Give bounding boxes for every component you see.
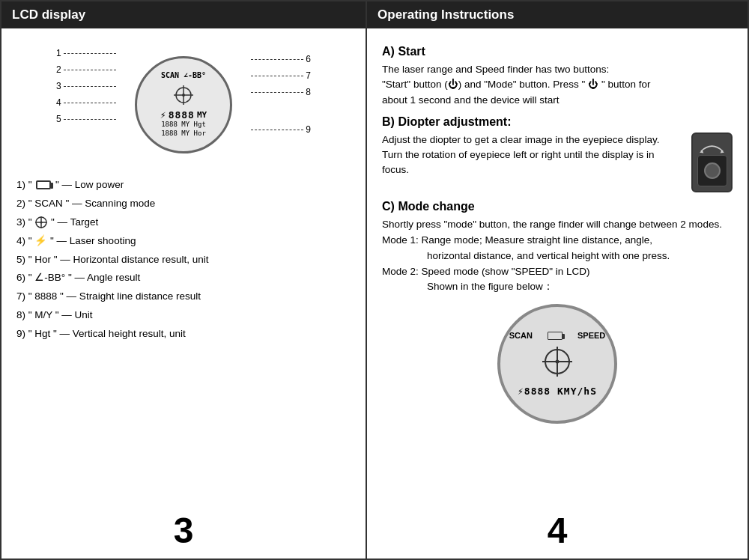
circle-mid-row: ⚡ 8888 MY xyxy=(160,109,207,121)
dashed-r1 xyxy=(251,59,303,60)
dashed-4 xyxy=(64,103,116,103)
mode-text-1: Shortly press "mode" button, the range f… xyxy=(382,217,733,233)
speed-bottom-row: ⚡8888 KMY/hS xyxy=(518,386,597,397)
distance-display: 8888 xyxy=(169,109,195,121)
speed-crosshair xyxy=(539,343,576,383)
svg-point-13 xyxy=(556,360,560,364)
circle-bottom-text: 1888 MY Hgt 1888 MY Hor xyxy=(161,121,206,138)
speed-label: SPEED xyxy=(577,331,605,340)
right-page-number: 4 xyxy=(367,502,748,551)
dashed-3 xyxy=(64,86,116,87)
legend-item-1: 1) " " — Low power xyxy=(16,178,351,192)
legend-item-6: 6) " ∠-BB° " — Angle result xyxy=(16,271,351,285)
legend-item-2: 2) " SCAN " — Scanning mode xyxy=(16,197,351,211)
diopter-body xyxy=(697,155,727,186)
label-row-4: 4 xyxy=(56,94,118,111)
section-b-title: B) Diopter adjustment: xyxy=(382,115,733,129)
svg-point-7 xyxy=(40,222,43,224)
diopter-text: Adjust the diopter to get a clear image … xyxy=(382,133,679,178)
diopter-button-circle xyxy=(704,162,721,179)
hor-line: 1888 MY Hor xyxy=(161,130,206,139)
legend-item-4: 4) " ⚡ " — Laser shooting xyxy=(16,234,351,249)
dashed-r3 xyxy=(251,92,303,93)
legend-list: 1) " " — Low power 2) " SCAN " — Scannin… xyxy=(16,178,351,341)
svg-point-3 xyxy=(182,94,185,97)
lcd-circle-wrapper: 1 2 3 4 5 xyxy=(56,45,311,165)
left-page-number: 3 xyxy=(1,502,366,551)
lightning-icon: ⚡ xyxy=(160,109,166,121)
dashed-1 xyxy=(64,53,116,54)
circle-top-row: SCAN ∠-BB° xyxy=(161,71,206,79)
legend-item-7: 7) " 8888 " — Straight line distance res… xyxy=(16,290,351,304)
section-a-text: The laser range and Speed finder has two… xyxy=(382,62,733,108)
crosshair-icon xyxy=(171,82,196,108)
mode-indent-2: Shown in the figure below： xyxy=(382,279,733,295)
legend-item-8: 8) " M/Y " — Unit xyxy=(16,308,351,323)
diopter-arrow xyxy=(696,139,728,155)
mode-text-2: Mode 1: Range mode; Measure straight lin… xyxy=(382,233,733,249)
lcd-diagram-area: 1 2 3 4 5 xyxy=(16,45,351,165)
label-row-8: 8 xyxy=(249,84,311,100)
section-a-title: A) Start xyxy=(382,45,733,58)
dashed-r4 xyxy=(251,130,303,130)
legend-item-3: 3) " " — Target xyxy=(16,216,351,230)
lcd-labels-right: 6 7 8 9 xyxy=(249,45,311,138)
mode-indent-1: horizontal distance, and vertical height… xyxy=(382,249,733,264)
diopter-image xyxy=(691,133,733,192)
speed-circle-area: SCAN SPEED ⚡8888 KMY/hS xyxy=(382,304,733,424)
label-row-1: 1 xyxy=(56,45,118,61)
right-header-text: Operating Instructions xyxy=(377,7,514,22)
label-row-3: 3 xyxy=(56,78,118,94)
angle-display: ∠-BB° xyxy=(184,71,206,79)
label-row-7: 7 xyxy=(249,67,311,84)
right-panel-header: Operating Instructions xyxy=(367,1,748,28)
scan-label: SCAN xyxy=(161,71,179,79)
circle-display: SCAN ∠-BB° ⚡ 8888 MY xyxy=(135,56,232,153)
dashed-5 xyxy=(64,119,116,120)
right-panel: Operating Instructions A) Start The lase… xyxy=(367,1,748,559)
speed-circle: SCAN SPEED ⚡8888 KMY/hS xyxy=(497,304,617,424)
unit-display: MY xyxy=(197,110,207,120)
label-row-9: 9 xyxy=(249,121,311,138)
legend-item-5: 5) " Hor " — Horizontal distance result,… xyxy=(16,253,351,267)
left-panel-header: LCD display xyxy=(1,1,366,28)
speed-scan-label: SCAN xyxy=(509,331,533,340)
diopter-row: Adjust the diopter to get a clear image … xyxy=(382,133,733,192)
dashed-2 xyxy=(64,70,116,70)
label-row-2: 2 xyxy=(56,61,118,78)
lcd-labels-left: 1 2 3 4 5 xyxy=(56,45,118,127)
speed-top-row: SCAN SPEED xyxy=(509,331,605,340)
mode-text-3: Mode 2: Speed mode (show "SPEED" in LCD) xyxy=(382,264,733,280)
left-header-text: LCD display xyxy=(12,7,85,22)
hgt-line: 1888 MY Hgt xyxy=(161,121,206,130)
left-panel: LCD display 1 2 3 xyxy=(1,1,367,559)
label-row-5: 5 xyxy=(56,111,118,127)
legend-item-9: 9) " Hgt " — Vertical height result, uni… xyxy=(16,327,351,341)
dashed-r2 xyxy=(251,76,303,76)
section-c-title: C) Mode change xyxy=(382,200,733,213)
label-row-6: 6 xyxy=(249,51,311,67)
speed-battery-icon xyxy=(548,332,562,340)
